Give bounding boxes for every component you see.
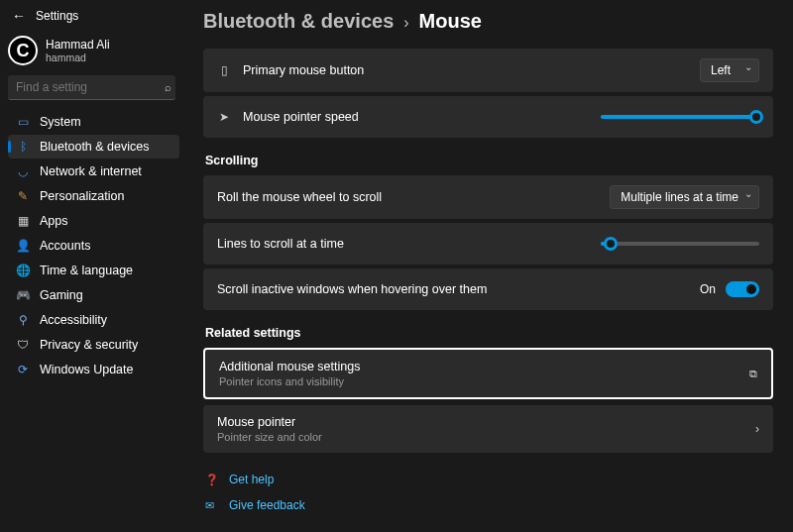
nav-item-privacy[interactable]: 🛡 Privacy & security <box>8 333 179 357</box>
nav-item-accounts[interactable]: 👤 Accounts <box>8 234 179 258</box>
display-icon: ▭ <box>16 115 30 129</box>
person-icon: 👤 <box>16 239 30 253</box>
brush-icon: ✎ <box>16 189 30 203</box>
primary-button-select[interactable]: Left <box>700 58 759 82</box>
user-block[interactable]: C Hammad Ali hammad <box>8 32 179 75</box>
toggle-wrap: On <box>700 281 759 297</box>
nav-label: Windows Update <box>40 363 134 376</box>
row-primary-button: ▯ Primary mouse button Left <box>203 49 773 92</box>
row-sub: Pointer size and color <box>217 431 743 443</box>
bluetooth-icon: ᛒ <box>16 140 30 154</box>
user-handle: hammad <box>46 52 110 64</box>
nav-label: Network & internet <box>40 164 142 178</box>
grid-icon: ▦ <box>16 214 30 228</box>
row-label: Primary mouse button <box>243 63 688 77</box>
nav-item-gaming[interactable]: 🎮 Gaming <box>8 283 179 307</box>
help-icon: ❓ <box>205 474 219 486</box>
breadcrumb-current: Mouse <box>419 10 482 33</box>
pointer-speed-slider[interactable] <box>601 115 759 119</box>
user-names: Hammad Ali hammad <box>46 38 110 64</box>
nav-label: Apps <box>40 214 68 228</box>
back-icon[interactable]: ← <box>12 8 26 24</box>
nav-label: Bluetooth & devices <box>40 140 150 154</box>
avatar: C <box>8 36 38 65</box>
cursor-icon: ➤ <box>217 110 231 124</box>
nav-item-time[interactable]: 🌐 Time & language <box>8 259 179 282</box>
row-sub: Pointer icons and visibility <box>219 375 737 387</box>
help-feedback[interactable]: ✉ Give feedback <box>203 492 773 518</box>
sync-icon: ⟳ <box>16 363 30 376</box>
row-inactive-scroll: Scroll inactive windows when hovering ov… <box>203 268 773 310</box>
slider-thumb[interactable] <box>749 110 763 124</box>
slider-fill <box>601 115 756 119</box>
mouse-icon: ▯ <box>217 63 231 77</box>
row-wheel-scroll: Roll the mouse wheel to scroll Multiple … <box>203 175 773 219</box>
nav-list: ▭ System ᛒ Bluetooth & devices ◡ Network… <box>8 110 179 381</box>
search-box[interactable]: ⌕ <box>8 75 175 100</box>
row-label: Mouse pointer <box>217 415 743 429</box>
help-get-help[interactable]: ❓ Get help <box>203 467 773 492</box>
feedback-icon: ✉ <box>205 499 219 512</box>
nav-label: Gaming <box>40 288 83 302</box>
section-scrolling: Scrolling <box>205 154 773 167</box>
globe-icon: 🌐 <box>16 264 30 277</box>
nav-item-personalization[interactable]: ✎ Personalization <box>8 184 179 208</box>
nav-label: Personalization <box>40 189 124 203</box>
breadcrumb-parent[interactable]: Bluetooth & devices <box>203 10 394 33</box>
nav-item-bluetooth[interactable]: ᛒ Bluetooth & devices <box>8 135 179 159</box>
help-link[interactable]: Get help <box>229 473 274 486</box>
nav-label: Accounts <box>40 239 90 253</box>
lines-slider[interactable] <box>601 242 759 246</box>
select-value: Left <box>711 63 731 77</box>
search-icon: ⌕ <box>165 81 171 93</box>
nav-item-system[interactable]: ▭ System <box>8 110 179 134</box>
feedback-link[interactable]: Give feedback <box>229 498 305 512</box>
row-lines-at-time: Lines to scroll at a time <box>203 223 773 265</box>
gamepad-icon: 🎮 <box>16 288 30 302</box>
title-row: ← Settings <box>8 8 179 24</box>
external-link-icon: ⧉ <box>749 368 757 380</box>
shield-icon: 🛡 <box>16 338 30 352</box>
search-input[interactable] <box>16 80 165 94</box>
row-additional-mouse-settings[interactable]: Additional mouse settings Pointer icons … <box>203 348 773 399</box>
chevron-right-icon: › <box>755 422 759 436</box>
select-value: Multiple lines at a time <box>621 190 738 204</box>
section-related: Related settings <box>205 326 773 340</box>
row-text: Additional mouse settings Pointer icons … <box>219 360 737 387</box>
row-label: Additional mouse settings <box>219 360 737 373</box>
accessibility-icon: ⚲ <box>16 313 30 327</box>
toggle-state: On <box>700 282 716 296</box>
row-label: Mouse pointer speed <box>243 110 589 124</box>
user-full-name: Hammad Ali <box>46 38 110 52</box>
nav-item-update[interactable]: ⟳ Windows Update <box>8 358 179 381</box>
slider-thumb[interactable] <box>604 237 618 251</box>
row-label: Roll the mouse wheel to scroll <box>217 190 598 204</box>
chevron-right-icon: › <box>403 14 408 32</box>
row-label: Lines to scroll at a time <box>217 237 589 251</box>
row-mouse-pointer[interactable]: Mouse pointer Pointer size and color › <box>203 405 773 453</box>
row-text: Mouse pointer Pointer size and color <box>217 415 743 443</box>
nav-label: Privacy & security <box>40 338 138 352</box>
nav-label: System <box>40 115 81 129</box>
app-title: Settings <box>36 9 78 23</box>
nav-item-accessibility[interactable]: ⚲ Accessibility <box>8 308 179 332</box>
wifi-icon: ◡ <box>16 164 30 178</box>
sidebar: ← Settings C Hammad Ali hammad ⌕ ▭ Syste… <box>0 0 183 532</box>
nav-item-network[interactable]: ◡ Network & internet <box>8 160 179 183</box>
nav-label: Accessibility <box>40 313 107 327</box>
wheel-scroll-select[interactable]: Multiple lines at a time <box>610 185 759 209</box>
inactive-scroll-toggle[interactable] <box>726 281 759 297</box>
breadcrumb: Bluetooth & devices › Mouse <box>203 10 773 33</box>
row-pointer-speed: ➤ Mouse pointer speed <box>203 96 773 138</box>
main-content: Bluetooth & devices › Mouse ▯ Primary mo… <box>183 0 793 532</box>
nav-item-apps[interactable]: ▦ Apps <box>8 209 179 233</box>
row-label: Scroll inactive windows when hovering ov… <box>217 282 688 296</box>
nav-label: Time & language <box>40 264 133 277</box>
